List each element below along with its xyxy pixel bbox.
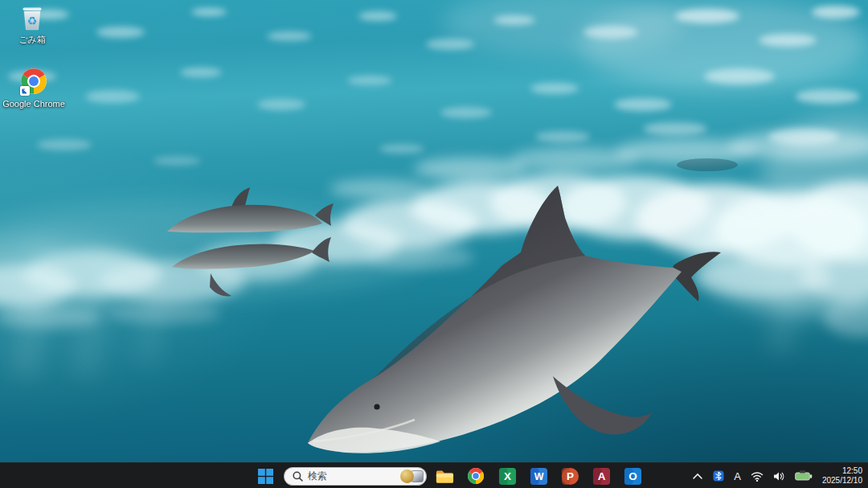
folder-icon (435, 467, 454, 485)
svg-text:W: W (534, 471, 543, 482)
ime-mode-label: A (734, 471, 741, 482)
chevron-up-icon (692, 472, 703, 481)
windows-desktop: ♻ ごみ箱 Google Chrome (0, 0, 868, 488)
battery-button[interactable] (793, 465, 814, 486)
ime-mode-indicator[interactable]: A (732, 465, 743, 486)
windows-logo-icon (258, 469, 273, 484)
clock-date: 2025/12/10 (822, 476, 862, 486)
taskbar-app-access[interactable]: A (591, 465, 612, 486)
svg-text:O: O (628, 470, 637, 482)
desktop-icon-recycle-bin[interactable]: ♻ ごみ箱 (0, 5, 64, 44)
distant-dolphin-silhouette (677, 158, 738, 171)
search-input[interactable] (308, 470, 395, 482)
powerpoint-icon: P (561, 467, 579, 486)
svg-text:P: P (567, 470, 574, 482)
excel-icon: X (498, 467, 517, 486)
wallpaper-art (0, 0, 868, 488)
tray-clock[interactable]: 12:50 2025/12/10 (821, 465, 864, 486)
taskbar-app-word[interactable]: W (528, 465, 549, 486)
speaker-icon (773, 471, 785, 482)
word-icon: W (530, 467, 548, 486)
clock-time: 12:50 (822, 466, 862, 477)
search-highlight-badges[interactable] (400, 470, 424, 483)
chrome-icon (466, 466, 485, 486)
outlook-icon: O (624, 467, 642, 486)
search-icon (293, 471, 303, 482)
taskbar-app-file-explorer[interactable] (434, 465, 455, 486)
main-dolphin-eye (374, 404, 379, 409)
taskbar-app-outlook[interactable]: O (622, 465, 643, 486)
bing-highlight-coin-image (400, 470, 414, 483)
access-icon: A (592, 467, 611, 486)
svg-text:X: X (504, 470, 511, 482)
desktop-icon-google-chrome[interactable]: Google Chrome (2, 66, 66, 109)
volume-button[interactable] (772, 465, 787, 486)
start-button[interactable] (254, 465, 276, 487)
battery-charging-icon (795, 470, 813, 482)
svg-text:♻: ♻ (27, 14, 38, 27)
taskbar: X W P (0, 462, 868, 488)
pinned-apps: X W P (434, 465, 643, 486)
svg-text:A: A (597, 470, 605, 482)
taskbar-search-box[interactable] (284, 467, 427, 486)
recycle-bin-label: ごみ箱 (18, 35, 46, 44)
taskbar-app-chrome[interactable] (465, 465, 486, 486)
google-chrome-label: Google Chrome (2, 99, 65, 109)
bluetooth-button[interactable] (711, 465, 726, 486)
hidden-icons-button[interactable] (690, 465, 705, 486)
recycle-bin-icon: ♻ (18, 5, 47, 32)
system-tray: A (690, 463, 864, 488)
bluetooth-icon (713, 470, 724, 482)
taskbar-app-powerpoint[interactable]: P (559, 465, 580, 486)
wifi-button[interactable] (749, 465, 765, 486)
shortcut-arrow-icon (20, 86, 30, 96)
wifi-icon (751, 471, 764, 482)
taskbar-app-excel[interactable]: X (497, 465, 518, 486)
